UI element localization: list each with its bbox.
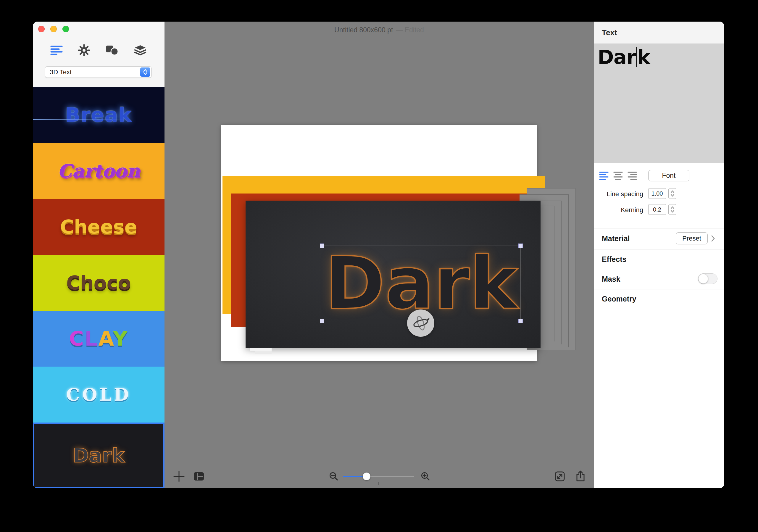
document-edited-badge: — Edited — [396, 26, 424, 34]
divider — [594, 228, 724, 229]
minimize-button[interactable] — [50, 26, 57, 32]
screen: 3D Text Break Cartoon Cheese — [0, 0, 758, 532]
preset-label: Cartoon — [57, 160, 140, 182]
font-button[interactable]: Font — [648, 170, 689, 181]
kerning-stepper[interactable] — [668, 204, 676, 215]
document-title-text: Untitled 800x600 pt — [334, 26, 393, 34]
close-button[interactable] — [38, 26, 45, 32]
sidebar: 3D Text Break Cartoon Cheese — [33, 21, 164, 488]
zoom-in-icon[interactable] — [421, 472, 430, 481]
align-right-icon[interactable] — [627, 171, 637, 181]
popup-stepper-icon — [140, 67, 150, 77]
canvas-area: Untitled 800x600 pt— Edited Dark — [164, 21, 594, 488]
preset-label: Break — [65, 104, 132, 126]
preset-cheese[interactable]: Cheese — [33, 199, 164, 255]
text-input-value: Dark — [598, 46, 650, 69]
category-dropdown-value: 3D Text — [50, 67, 72, 78]
preset-label: COLD — [66, 385, 131, 405]
divider — [594, 249, 724, 249]
collage-icon[interactable] — [192, 470, 205, 483]
text-caret — [636, 47, 637, 67]
mask-section-label: Mask — [602, 275, 620, 283]
selection-handle[interactable] — [320, 243, 324, 248]
category-dropdown[interactable]: 3D Text — [45, 66, 152, 78]
align-left-icon[interactable] — [599, 171, 609, 181]
align-center-icon[interactable] — [613, 171, 623, 181]
share-icon[interactable] — [574, 470, 586, 482]
page-stack-edge — [255, 351, 272, 354]
settings-gear-icon[interactable] — [77, 43, 91, 57]
inspector-header-title: Text — [602, 21, 617, 44]
preset-label: Cheese — [60, 216, 137, 238]
app-window: 3D Text Break Cartoon Cheese — [33, 21, 724, 488]
inspector-header: Text — [594, 21, 724, 44]
material-section-label: Material — [602, 234, 630, 243]
zoom-slider-knob[interactable] — [363, 473, 370, 480]
scale-icon[interactable] — [554, 471, 566, 482]
zoom-slider[interactable] — [343, 473, 414, 480]
preset-list: Break Cartoon Cheese Choco CLAY COLD — [33, 87, 164, 488]
preset-label: CLAY — [69, 327, 128, 350]
selection-handle[interactable] — [320, 319, 324, 323]
preset-dark[interactable]: Dark — [33, 422, 164, 488]
sidebar-toolbar: 3D Text — [33, 21, 164, 87]
add-button[interactable] — [172, 469, 186, 483]
divider — [594, 289, 724, 289]
layers-icon[interactable] — [133, 43, 147, 57]
line-spacing-label: Line spacing — [594, 190, 643, 198]
page-stack-edge — [250, 348, 272, 351]
zoom-out-icon[interactable] — [329, 472, 338, 481]
preset-cartoon[interactable]: Cartoon — [33, 143, 164, 199]
preset-break[interactable]: Break — [33, 87, 164, 143]
zoom-button[interactable] — [62, 26, 69, 32]
selection-handle[interactable] — [518, 243, 523, 248]
shapes-icon[interactable] — [105, 43, 119, 57]
preset-choco[interactable]: Choco — [33, 255, 164, 311]
line-spacing-input[interactable]: 1.00 — [648, 188, 666, 199]
preset-label: Dark — [73, 444, 125, 467]
effects-section-label: Effects — [602, 255, 626, 264]
divider — [594, 309, 724, 309]
mask-toggle[interactable] — [698, 273, 717, 284]
presets-list-icon[interactable] — [50, 43, 64, 57]
kerning-label: Kerning — [594, 206, 643, 214]
preset-label: Choco — [66, 272, 131, 294]
zoom-slider-tick — [378, 482, 379, 485]
selection-handle[interactable] — [518, 319, 523, 323]
material-preset-button[interactable]: Preset — [676, 232, 708, 244]
preset-clay[interactable]: CLAY — [33, 311, 164, 367]
kerning-input[interactable]: 0.2 — [648, 204, 666, 215]
chevron-right-icon[interactable] — [710, 235, 716, 242]
rotate-3d-control[interactable] — [407, 309, 434, 337]
document-title: Untitled 800x600 pt— Edited — [164, 26, 594, 34]
mask-toggle-knob[interactable] — [699, 274, 708, 283]
preset-cold[interactable]: COLD — [33, 367, 164, 422]
geometry-section-label: Geometry — [602, 295, 637, 303]
inspector-panel: Text Dark Font Line sp — [594, 21, 724, 488]
line-spacing-stepper[interactable] — [668, 188, 676, 199]
traffic-lights — [38, 26, 69, 32]
rotate-3d-icon — [411, 314, 430, 333]
text-input[interactable]: Dark — [594, 44, 724, 163]
